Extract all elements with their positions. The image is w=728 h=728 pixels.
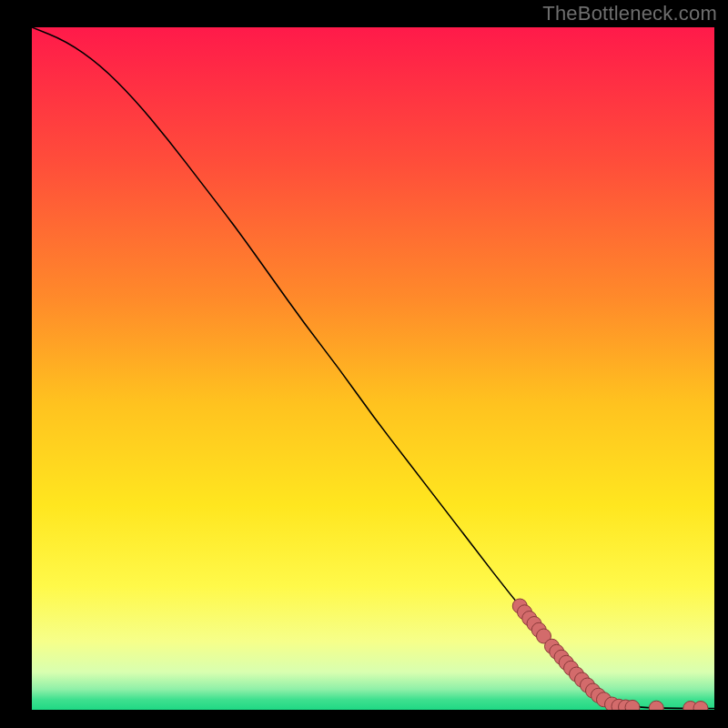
chart-svg bbox=[32, 27, 714, 710]
gradient-background bbox=[32, 27, 714, 710]
attribution-text: TheBottleneck.com bbox=[542, 2, 717, 25]
plot-area bbox=[32, 27, 714, 710]
chart-frame: TheBottleneck.com bbox=[0, 0, 728, 728]
